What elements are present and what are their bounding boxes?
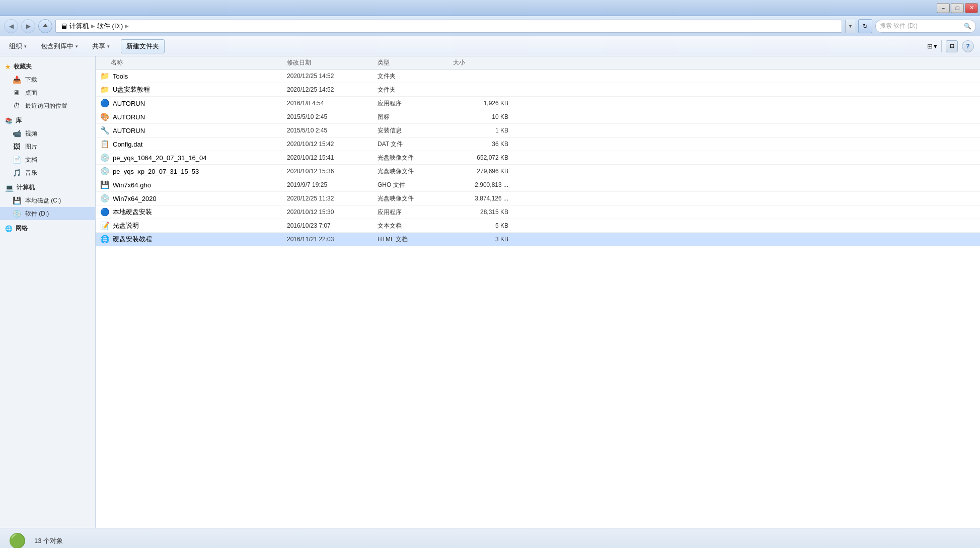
- file-type: HTML 文档: [378, 235, 453, 244]
- download-label: 下载: [25, 76, 37, 84]
- up-button[interactable]: [38, 19, 52, 33]
- file-size: 28,315 KB: [453, 209, 518, 216]
- file-icon-exe: 🔵: [100, 207, 110, 217]
- minimize-button[interactable]: −: [937, 3, 950, 13]
- file-name: AUTORUN: [113, 100, 145, 107]
- window-controls: − □ ✕: [937, 3, 978, 13]
- file-icon-ico: 🎨: [100, 112, 110, 122]
- forward-button[interactable]: ▶: [21, 19, 35, 33]
- sidebar-item-documents[interactable]: 📄 文档: [0, 153, 95, 166]
- back-button[interactable]: ◀: [4, 19, 18, 33]
- sidebar-item-music[interactable]: 🎵 音乐: [0, 166, 95, 179]
- col-header-name[interactable]: 名称: [96, 58, 287, 67]
- table-row[interactable]: 🔵 AUTORUN 2016/1/8 4:54 应用程序 1,926 KB: [96, 97, 980, 110]
- music-icon: 🎵: [12, 168, 21, 177]
- file-name: 光盘说明: [113, 221, 139, 230]
- file-name-cell: 🔵 本地硬盘安装: [96, 207, 287, 217]
- documents-icon: 📄: [12, 155, 21, 164]
- table-row[interactable]: 🎨 AUTORUN 2015/5/10 2:45 图标 10 KB: [96, 110, 980, 124]
- status-icon: 🟢: [8, 532, 26, 549]
- breadcrumb[interactable]: 🖥 计算机 ▶ 软件 (D:) ▶: [55, 20, 842, 33]
- table-row[interactable]: 🔧 AUTORUN 2015/5/10 2:45 安装信息 1 KB: [96, 124, 980, 138]
- search-icon[interactable]: 🔍: [964, 23, 971, 30]
- sidebar-header-favorites[interactable]: ★ 收藏夹: [0, 60, 95, 73]
- new-folder-button[interactable]: 新建文件夹: [121, 39, 165, 53]
- sidebar-section-network: 🌐 网络: [0, 222, 95, 235]
- table-row[interactable]: 💾 Win7x64.gho 2019/9/7 19:25 GHO 文件 2,90…: [96, 178, 980, 192]
- file-icon-gho: 💾: [100, 180, 110, 190]
- table-row[interactable]: 🌐 硬盘安装教程 2016/11/21 22:03 HTML 文档 3 KB: [96, 233, 980, 246]
- sidebar-header-library[interactable]: 📚 库: [0, 114, 95, 127]
- sidebar-header-network[interactable]: 🌐 网络: [0, 222, 95, 235]
- file-icon-folder: 📁: [100, 71, 110, 81]
- sidebar-item-drive-c[interactable]: 💾 本地磁盘 (C:): [0, 194, 95, 207]
- pictures-label: 图片: [25, 143, 37, 151]
- file-name-cell: 💿 pe_yqs_1064_20_07_31_16_04: [96, 153, 287, 163]
- col-header-size[interactable]: 大小: [453, 58, 518, 67]
- file-name: Config.dat: [113, 141, 142, 148]
- table-row[interactable]: 🔵 本地硬盘安装 2020/10/12 15:30 应用程序 28,315 KB: [96, 206, 980, 219]
- maximize-button[interactable]: □: [951, 3, 964, 13]
- breadcrumb-sep2: ▶: [125, 23, 129, 29]
- organize-button[interactable]: 组织 ▾: [6, 40, 30, 53]
- table-row[interactable]: 📁 U盘安装教程 2020/12/25 14:52 文件夹: [96, 83, 980, 97]
- file-size: 652,072 KB: [453, 154, 518, 161]
- address-bar: ◀ ▶ 🖥 计算机 ▶ 软件 (D:) ▶ ▼ ↻ 搜索 软件 (D:) 🔍: [0, 16, 980, 36]
- sidebar-item-pictures[interactable]: 🖼 图片: [0, 140, 95, 153]
- preview-button[interactable]: ⊟: [946, 40, 958, 52]
- col-header-date[interactable]: 修改日期: [287, 58, 378, 67]
- sidebar-item-download[interactable]: 📥 下载: [0, 73, 95, 86]
- file-type: 文件夹: [378, 72, 453, 81]
- organize-dropdown-icon: ▾: [24, 44, 27, 49]
- file-type: 文件夹: [378, 86, 453, 94]
- preview-icon: ⊟: [950, 43, 954, 49]
- file-icon-html: 🌐: [100, 234, 110, 244]
- table-row[interactable]: 💿 pe_yqs_1064_20_07_31_16_04 2020/10/12 …: [96, 151, 980, 165]
- refresh-button[interactable]: ↻: [858, 19, 872, 33]
- drive-c-label: 本地磁盘 (C:): [25, 196, 61, 205]
- file-date: 2015/5/10 2:45: [287, 127, 378, 134]
- view-button[interactable]: ⊞ ▾: [927, 42, 937, 50]
- include-in-lib-button[interactable]: 包含到库中 ▾: [38, 40, 81, 53]
- file-size: 10 KB: [453, 113, 518, 120]
- sidebar-item-video[interactable]: 📹 视频: [0, 127, 95, 140]
- breadcrumb-dropdown[interactable]: ▼: [845, 20, 855, 33]
- sidebar-section-favorites: ★ 收藏夹 📥 下载 🖥 桌面 ⏱ 最近访问的位置: [0, 60, 95, 112]
- file-type: 图标: [378, 113, 453, 121]
- col-header-type[interactable]: 类型: [378, 58, 453, 67]
- search-placeholder: 搜索 软件 (D:): [880, 22, 918, 30]
- breadcrumb-computer[interactable]: 计算机: [69, 22, 89, 31]
- download-icon: 📥: [12, 75, 21, 84]
- help-button[interactable]: ?: [962, 40, 974, 52]
- sidebar-item-drive-d[interactable]: 💿 软件 (D:): [0, 207, 95, 220]
- file-date: 2020/10/12 15:41: [287, 154, 378, 161]
- file-type: 光盘映像文件: [378, 154, 453, 162]
- table-row[interactable]: 📝 光盘说明 2016/10/23 7:07 文本文档 5 KB: [96, 219, 980, 233]
- file-type: 光盘映像文件: [378, 194, 453, 203]
- favorites-icon: ★: [5, 63, 11, 71]
- drive-d-label: 软件 (D:): [25, 210, 49, 218]
- file-icon-iso: 💿: [100, 166, 110, 176]
- file-date: 2019/9/7 19:25: [287, 181, 378, 188]
- network-icon: 🌐: [5, 225, 13, 232]
- sidebar-header-computer[interactable]: 💻 计算机: [0, 181, 95, 194]
- table-row[interactable]: 💿 pe_yqs_xp_20_07_31_15_53 2020/10/12 15…: [96, 165, 980, 178]
- search-bar[interactable]: 搜索 软件 (D:) 🔍: [875, 20, 976, 33]
- table-row[interactable]: 📁 Tools 2020/12/25 14:52 文件夹: [96, 70, 980, 83]
- sidebar-item-recent[interactable]: ⏱ 最近访问的位置: [0, 99, 95, 112]
- pictures-icon: 🖼: [12, 142, 21, 151]
- breadcrumb-drive[interactable]: 软件 (D:): [97, 22, 123, 31]
- desktop-label: 桌面: [25, 89, 37, 97]
- file-name: U盘安装教程: [113, 85, 150, 94]
- toolbar: 组织 ▾ 包含到库中 ▾ 共享 ▾ 新建文件夹 ⊞ ▾ ⊟ ?: [0, 36, 980, 56]
- close-button[interactable]: ✕: [965, 3, 978, 13]
- status-count: 13 个对象: [34, 536, 63, 545]
- share-button[interactable]: 共享 ▾: [89, 40, 113, 53]
- library-label: 库: [16, 116, 22, 125]
- sidebar-item-desktop[interactable]: 🖥 桌面: [0, 86, 95, 99]
- file-date: 2016/11/21 22:03: [287, 236, 378, 243]
- file-size: 279,696 KB: [453, 168, 518, 175]
- file-date: 2020/10/12 15:30: [287, 209, 378, 216]
- table-row[interactable]: 📋 Config.dat 2020/10/12 15:42 DAT 文件 36 …: [96, 138, 980, 151]
- table-row[interactable]: 💿 Win7x64_2020 2020/12/25 11:32 光盘映像文件 3…: [96, 192, 980, 206]
